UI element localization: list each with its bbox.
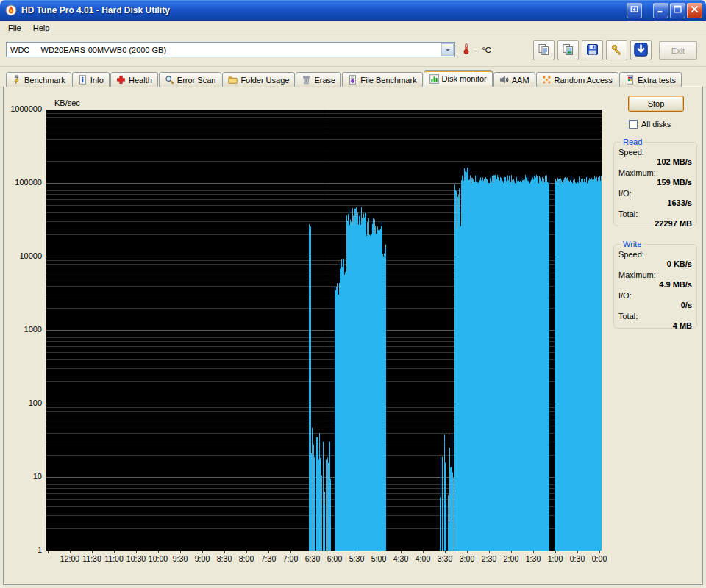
all-disks-label: All disks	[641, 120, 671, 129]
tab-content-panel: KB/sec 1000000100000100001000100101 12:0…	[3, 86, 703, 585]
keys-button[interactable]	[606, 40, 627, 60]
drive-select[interactable]: WDC WD20EARS-00MVWB0 (2000 GB)	[6, 42, 455, 57]
tab-aam[interactable]: AAM	[493, 72, 535, 87]
read-stats-group: Read Speed:102 MB/sMaximum:159 MB/sI/O:1…	[613, 137, 697, 226]
tab-label: Erase	[314, 76, 335, 85]
erase-icon	[302, 75, 311, 85]
temperature-value: -- °C	[474, 46, 491, 54]
stat-value: 22297 MB	[618, 219, 692, 228]
y-tick-label: 100000	[4, 178, 42, 187]
close-icon	[690, 4, 699, 16]
download-button[interactable]	[630, 40, 652, 60]
stat-row: Total:22297 MB	[618, 209, 692, 228]
stop-button[interactable]: Stop	[628, 96, 684, 112]
menu-file[interactable]: File	[2, 22, 27, 34]
stat-label: I/O:	[618, 189, 692, 198]
minimize-button[interactable]	[653, 3, 668, 18]
y-tick-label: 1000000	[4, 104, 42, 113]
file-benchmark-icon	[348, 75, 357, 85]
minimize-icon	[656, 4, 666, 16]
maximize-button[interactable]	[670, 3, 685, 18]
stat-label: Total:	[618, 209, 692, 218]
stat-value: 0/s	[618, 301, 692, 309]
tab-label: Benchmark	[24, 76, 65, 85]
tab-label: File Benchmark	[360, 76, 416, 85]
tab-label: Health	[129, 76, 152, 85]
drive-select-value: WDC WD20EARS-00MVWB0 (2000 GB)	[7, 46, 441, 54]
app-icon	[5, 4, 18, 17]
tab-info[interactable]: Info	[72, 72, 110, 87]
rollup-button[interactable]	[627, 3, 642, 18]
tab-file-benchmark[interactable]: File Benchmark	[342, 72, 422, 87]
save-button[interactable]	[582, 40, 603, 60]
stat-row: I/O:1633/s	[618, 189, 692, 207]
stat-row: Maximum:159 MB/s	[618, 168, 692, 187]
maximize-icon	[673, 4, 682, 16]
y-tick-label: 100	[4, 398, 42, 407]
stat-label: Maximum:	[618, 168, 692, 177]
info-icon	[78, 75, 88, 85]
tab-label: AAM	[512, 76, 530, 85]
x-axis-ticks	[46, 551, 602, 553]
close-button[interactable]	[687, 3, 702, 18]
y-tick-label: 10000	[4, 251, 42, 260]
stat-label: Speed:	[618, 250, 692, 259]
stat-row: Speed:102 MB/s	[618, 148, 692, 166]
stat-row: Speed:0 KB/s	[618, 250, 692, 268]
y-tick-label: 10	[4, 472, 42, 481]
tab-random-access[interactable]: Random Access	[536, 72, 618, 87]
stat-row: Total:4 MB	[618, 312, 692, 330]
stat-value: 4 MB	[618, 321, 692, 330]
title-bar: HD Tune Pro 4.01 - Hard Disk Utility	[0, 0, 706, 21]
error-scan-icon	[165, 75, 174, 85]
stat-value: 1633/s	[618, 198, 692, 207]
stat-value: 102 MB/s	[618, 157, 692, 166]
tab-label: Disk monitor	[442, 74, 487, 83]
y-tick-label: 1	[4, 545, 42, 554]
save-icon	[586, 43, 599, 58]
menu-bar: FileHelp	[0, 21, 706, 35]
stat-value: 0 KB/s	[618, 259, 692, 268]
x-tick-label: 0:00	[583, 554, 616, 563]
benchmark-icon	[12, 75, 21, 85]
keys-icon	[610, 43, 623, 58]
tab-label: Error Scan	[177, 76, 216, 85]
disk-monitor-icon	[429, 74, 439, 84]
tab-benchmark[interactable]: Benchmark	[6, 72, 71, 87]
rollup-icon	[630, 4, 639, 16]
copy-image-icon	[562, 43, 574, 58]
aam-icon	[499, 75, 509, 85]
tab-label: Folder Usage	[240, 76, 289, 85]
y-axis-unit: KB/sec	[54, 98, 80, 107]
all-disks-checkbox[interactable]: All disks	[629, 120, 671, 129]
chevron-down-icon	[446, 49, 450, 54]
copy-image-button[interactable]	[557, 40, 579, 60]
tab-folder-usage[interactable]: Folder Usage	[222, 72, 295, 87]
stat-label: Maximum:	[618, 270, 692, 279]
read-group-title: Read	[621, 137, 644, 146]
tab-label: Extra tests	[638, 76, 676, 85]
checkbox-box[interactable]	[629, 120, 638, 129]
thermometer-icon	[462, 43, 471, 56]
menu-help[interactable]: Help	[27, 22, 56, 34]
y-tick-label: 1000	[4, 325, 42, 334]
window-controls	[627, 3, 702, 18]
stat-label: Speed:	[618, 148, 692, 157]
stat-row: I/O:0/s	[618, 291, 692, 309]
stat-label: I/O:	[618, 291, 692, 300]
tab-disk-monitor[interactable]: Disk monitor	[424, 70, 493, 87]
disk-monitor-chart	[46, 110, 602, 551]
exit-button[interactable]: Exit	[659, 41, 697, 60]
tab-erase[interactable]: Erase	[296, 72, 341, 87]
folder-usage-icon	[228, 75, 238, 85]
tab-label: Info	[90, 76, 104, 85]
drive-select-dropdown-button[interactable]	[441, 43, 454, 56]
toolbar-buttons	[533, 40, 652, 60]
tab-error-scan[interactable]: Error Scan	[159, 72, 222, 87]
copy-text-icon	[538, 43, 550, 58]
write-group-title: Write	[621, 240, 643, 248]
tab-health[interactable]: Health	[110, 72, 158, 87]
copy-text-button[interactable]	[533, 40, 555, 60]
tab-extra-tests[interactable]: Extra tests	[619, 72, 682, 87]
stat-value: 4.9 MB/s	[618, 280, 692, 289]
